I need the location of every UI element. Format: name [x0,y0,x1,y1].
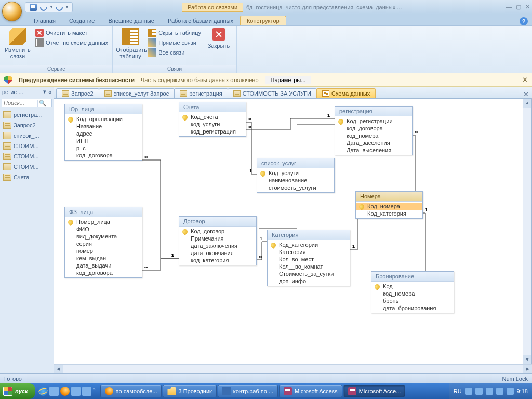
relationships-canvas[interactable]: ∞1∞1∞1∞1∞1∞1∞11∞1∞ ▲▼ Юр_лицаКод_организ… [54,99,532,364]
tab-db-tools[interactable]: Работа с базами данных [161,16,240,25]
table-sch[interactable]: СчетаКод_счетакод_услугикод_регистрация [179,102,246,137]
table-field[interactable]: код_категория [179,257,256,264]
ie-icon[interactable] [38,387,48,396]
table-field[interactable]: Код_услуги [257,169,334,177]
table-header[interactable]: Категория [268,230,350,240]
table-field[interactable]: стоимость_услуги [257,184,334,191]
ql-icon[interactable] [82,387,91,396]
search-input[interactable] [2,99,37,107]
table-dog[interactable]: ДоговорКод_договорПримечаниядата_заключе… [179,216,257,265]
ql-expand[interactable]: » [93,387,96,396]
table-header[interactable]: регистрация [335,107,412,116]
nav-item[interactable]: СТОИМ... [0,141,54,151]
nav-item[interactable]: Счета [0,172,54,182]
table-field[interactable]: Код_категория [356,210,422,217]
security-options-button[interactable]: Параметры... [265,76,312,84]
nav-header[interactable]: регист... ▾ « [0,87,54,97]
table-header[interactable]: ФЗ_лица [65,207,142,217]
desktop-icon[interactable] [49,387,59,396]
table-field[interactable]: ИНН [65,137,142,144]
table-field[interactable]: Номер_лица [65,218,142,225]
table-field[interactable]: код_номера [335,132,412,139]
table-field[interactable]: Код [371,283,454,290]
table-field[interactable]: ФИО [65,225,142,233]
direct-rel-button[interactable]: Прямые связи [147,38,202,47]
doc-tab[interactable]: СТОИМОСТЬ ЗА УСЛУГИ [228,88,317,98]
horizontal-scrollbar[interactable]: ◀▶ [54,364,532,373]
table-field[interactable]: дата_окончания [179,249,256,257]
task-button[interactable]: Microsoft Access [279,385,342,397]
qat-dropdown[interactable]: ▾ [66,5,68,9]
table-field[interactable]: Дата_выселения [335,147,412,154]
table-field[interactable]: Код_регистрации [335,117,412,125]
show-table-button[interactable]: Отобразить таблицу [116,27,145,59]
start-button[interactable]: пуск [0,383,35,399]
table-field[interactable]: дата_заключения [179,242,256,249]
table-header[interactable]: Юр_лица [65,104,142,114]
table-field[interactable]: Код_счета [179,113,246,121]
nav-item[interactable]: регистра... [0,110,54,120]
table-field[interactable]: дата_бронирования [371,304,454,312]
tray-icon[interactable] [486,388,493,395]
table-field[interactable]: Код_договор [179,228,256,235]
table-field[interactable]: дата_выдачи [65,262,142,269]
table-field[interactable]: код_договора [335,125,412,132]
table-bron[interactable]: БронированиеКодкод_номераброньдата_брони… [371,271,454,313]
restore-button[interactable]: ▢ [516,4,521,10]
doc-tab[interactable]: регистрация [174,88,228,98]
tab-close-button[interactable]: ✕ [523,90,529,98]
clear-layout-button[interactable]: Очистить макет [34,28,109,37]
doc-tab[interactable]: Запрос2 [56,88,99,98]
tray-icon[interactable] [496,388,503,395]
redo-icon[interactable] [54,2,64,12]
help-icon[interactable]: ? [520,17,528,25]
table-kat[interactable]: КатегорияКод_категорииКатегорияКол_во_ме… [267,230,350,286]
task-button[interactable]: контр.раб по ... [218,385,278,397]
task-button[interactable]: 3 Проводник [163,385,216,397]
table-field[interactable]: доп_инфо [268,277,350,285]
close-button-ribbon[interactable]: Закрыть [204,27,233,49]
table-fiz[interactable]: ФЗ_лицаНомер_лицаФИОвид_документасерияно… [64,207,142,278]
table-field[interactable]: Дата_заселения [335,139,412,147]
nav-collapse-icon[interactable]: « [48,89,51,95]
table-field[interactable]: номер [65,247,142,255]
table-header[interactable]: Договор [179,217,256,227]
task-button[interactable]: Microsoft Acce... [343,385,406,397]
security-close-button[interactable]: ✕ [522,76,528,84]
table-field[interactable]: код_услуги [179,121,246,128]
table-field[interactable]: Код_категории [268,241,350,248]
all-rel-button[interactable]: Все связи [147,48,202,57]
table-header[interactable]: Номера [356,192,422,202]
tab-create[interactable]: Создание [62,16,102,25]
task-button[interactable]: по самообсле... [100,385,162,397]
table-field[interactable]: Код_организации [65,115,142,123]
ql-icon[interactable] [71,387,81,396]
table-field[interactable]: код_регистрация [179,128,246,135]
doc-tab[interactable]: Схема данных [316,88,376,98]
close-button[interactable]: ✕ [525,4,530,10]
search-icon[interactable]: 🔍 [37,100,47,107]
clock[interactable]: 9:18 [517,388,528,394]
table-header[interactable]: Бронирование [371,272,454,282]
table-field[interactable]: Стоимость_за_сутки [268,270,350,277]
table-field[interactable]: код_договора [65,269,142,276]
tray-icon[interactable] [465,388,472,395]
table-header[interactable]: список_услуг [257,158,334,168]
undo-dropdown[interactable]: ▾ [50,5,52,9]
table-field[interactable]: код_договора [65,152,142,159]
table-field[interactable]: код_номера [371,290,454,297]
table-field[interactable]: Примечания [179,235,256,242]
table-field[interactable]: кем_выдан [65,255,142,262]
office-button[interactable] [2,2,22,21]
table-field[interactable]: наименование [257,177,334,184]
table-field[interactable]: Кол__во_комнат [268,263,350,270]
table-field[interactable]: серия [65,240,142,247]
tab-design[interactable]: Конструктор [240,16,286,25]
table-yur[interactable]: Юр_лицаКод_организацииНазваниеадресИННр_… [64,104,142,161]
table-spis[interactable]: список_услугКод_услугинаименованиестоимо… [257,158,335,193]
firefox-icon[interactable] [60,387,70,396]
minimize-button[interactable]: — [506,4,512,10]
hide-table-button[interactable]: Скрыть таблицу [147,28,202,37]
table-field[interactable]: адрес [65,130,142,137]
edit-relationships-button[interactable]: Изменить связи [3,27,32,59]
